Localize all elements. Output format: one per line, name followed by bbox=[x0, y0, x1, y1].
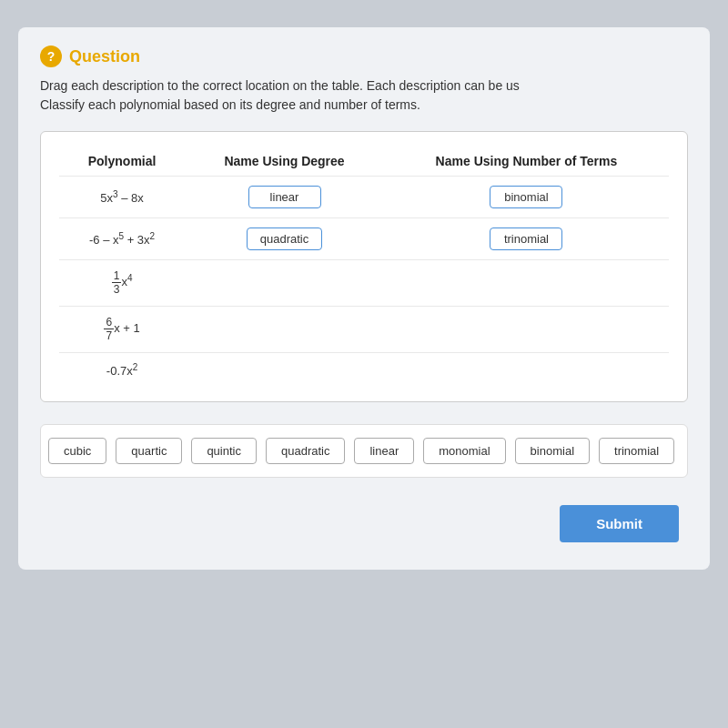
degree-drop-5[interactable] bbox=[185, 352, 384, 387]
terms-drop-1[interactable]: binomial bbox=[384, 177, 669, 218]
question-instructions: Drag each description to the correct loc… bbox=[40, 76, 688, 115]
drag-chip[interactable]: quartic bbox=[116, 438, 182, 464]
submit-area: Submit bbox=[40, 505, 688, 542]
question-title: Question bbox=[69, 47, 140, 66]
degree-drop-4[interactable] bbox=[185, 306, 384, 352]
table-row: -6 – x5 + 3x2 quadratic trinomial bbox=[59, 218, 669, 260]
question-icon: ? bbox=[40, 46, 62, 67]
col-degree: Name Using Degree bbox=[185, 147, 384, 177]
terms-drop-5[interactable] bbox=[384, 352, 669, 387]
drag-options-container: cubicquarticquinticquadraticlinearmonomi… bbox=[40, 424, 688, 478]
drag-chip[interactable]: monomial bbox=[423, 438, 505, 464]
degree-drop-1[interactable]: linear bbox=[185, 177, 384, 218]
polynomial-cell: 1 3 x4 bbox=[59, 260, 185, 307]
drag-chip[interactable]: binomial bbox=[515, 438, 590, 464]
col-terms: Name Using Number of Terms bbox=[384, 147, 669, 177]
submit-button[interactable]: Submit bbox=[560, 505, 679, 542]
terms-drop-2[interactable]: trinomial bbox=[384, 218, 669, 260]
terms-drop-4[interactable] bbox=[384, 306, 669, 352]
page-container: ? Question Drag each description to the … bbox=[18, 27, 710, 570]
question-header: ? Question bbox=[40, 46, 688, 67]
polynomial-cell: -0.7x2 bbox=[59, 352, 185, 387]
drag-chip[interactable]: quintic bbox=[191, 438, 257, 464]
polynomial-cell: -6 – x5 + 3x2 bbox=[59, 218, 185, 260]
classification-table: Polynomial Name Using Degree Name Using … bbox=[59, 147, 669, 387]
degree-drop-3[interactable] bbox=[185, 260, 384, 307]
polynomial-cell: 5x3 – 8x bbox=[59, 177, 185, 218]
table-row: 5x3 – 8x linear binomial bbox=[59, 177, 669, 218]
terms-drop-3[interactable] bbox=[384, 260, 669, 307]
degree-drop-2[interactable]: quadratic bbox=[185, 218, 384, 260]
table-row: 1 3 x4 bbox=[59, 260, 669, 307]
polynomial-cell: 6 7 x + 1 bbox=[59, 306, 185, 352]
table-container: Polynomial Name Using Degree Name Using … bbox=[40, 131, 688, 402]
drag-chip[interactable]: quadratic bbox=[266, 438, 345, 464]
drag-chip[interactable]: cubic bbox=[48, 438, 106, 464]
drag-chip[interactable]: linear bbox=[354, 438, 414, 464]
table-row: 6 7 x + 1 bbox=[59, 306, 669, 352]
table-row: -0.7x2 bbox=[59, 352, 669, 387]
col-polynomial: Polynomial bbox=[59, 147, 185, 177]
drag-chip[interactable]: trinomial bbox=[599, 438, 674, 464]
